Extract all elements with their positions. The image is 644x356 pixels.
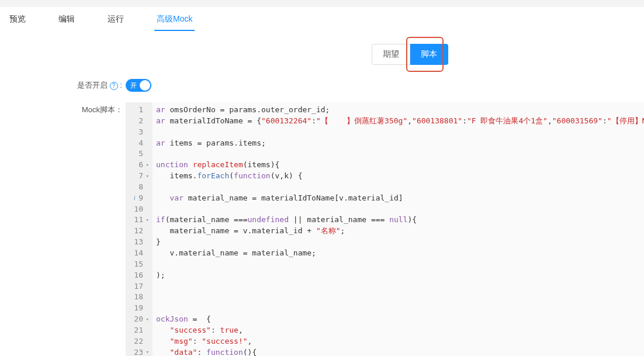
gutter-line: 10	[126, 204, 151, 215]
code-line[interactable]	[156, 259, 642, 270]
mode-script-button[interactable]: 脚本	[410, 44, 448, 65]
code-line[interactable]	[156, 292, 642, 303]
code-line[interactable]	[156, 281, 642, 292]
gutter-line: 3	[126, 127, 151, 138]
code-line[interactable]: material_name = v.material_id + "名称";	[156, 226, 642, 237]
code-editor[interactable]: 123456▾7▾8i91011▾121314151617181920▾2122…	[126, 102, 644, 356]
enable-row: 是否开启 ? : 开	[0, 77, 644, 94]
code-line[interactable]: );	[156, 270, 642, 281]
gutter-line: 4	[126, 138, 151, 149]
code-line[interactable]	[156, 303, 642, 314]
code-line[interactable]	[156, 127, 642, 138]
code-line[interactable]: "msg": "success!",	[156, 336, 642, 347]
tab-run[interactable]: 运行	[105, 7, 126, 30]
code-line[interactable]: ar omsOrderNo = params.outer_order_id;	[156, 105, 642, 116]
code-line[interactable]: }	[156, 237, 642, 248]
script-row: Mock脚本： 123456▾7▾8i91011▾121314151617181…	[0, 94, 644, 356]
switch-on-label: 开	[130, 81, 137, 90]
gutter-line: 2	[126, 116, 151, 127]
fold-icon[interactable]: ▾	[144, 172, 149, 180]
top-bar	[0, 0, 644, 7]
code-line[interactable]: ockJson = {	[156, 314, 642, 325]
gutter-line: 14	[126, 248, 151, 259]
gutter-line: 1	[126, 105, 151, 116]
gutter-line: 8	[126, 182, 151, 193]
fold-icon[interactable]: ▾	[144, 348, 149, 356]
script-label: Mock脚本：	[82, 102, 126, 115]
gutter-line: 22	[126, 336, 151, 347]
gutter-line: i9	[126, 193, 151, 204]
info-icon: i	[131, 193, 137, 203]
main-tabs: 预览 编辑 运行 高级Mock	[0, 7, 644, 31]
gutter-line: 20▾	[126, 314, 151, 325]
gutter-line: 11▾	[126, 215, 151, 226]
gutter-line: 13	[126, 237, 151, 248]
fold-icon[interactable]: ▾	[144, 316, 149, 323]
code-line[interactable]: if(material_name ===undefined || materia…	[156, 215, 642, 226]
gutter-line: 7▾	[126, 171, 151, 182]
gutter-line: 17	[126, 281, 151, 292]
tab-edit[interactable]: 编辑	[56, 7, 77, 30]
mode-segmented: 期望 脚本	[372, 44, 448, 65]
tab-preview[interactable]: 预览	[7, 7, 28, 30]
editor-code[interactable]: ar omsOrderNo = params.outer_order_id;ar…	[153, 102, 644, 356]
enable-label: 是否开启 ? :	[77, 80, 122, 91]
code-line[interactable]: ar items = params.items;	[156, 138, 642, 149]
gutter-line: 23▾	[126, 347, 151, 356]
code-line[interactable]: v.material_name = material_name;	[156, 248, 642, 259]
code-line[interactable]	[156, 182, 642, 193]
mode-switch-row: 期望 脚本	[0, 44, 644, 65]
enable-switch[interactable]: 开	[126, 79, 151, 92]
gutter-line: 21	[126, 325, 151, 336]
code-line[interactable]: items.forEach(function(v,k) {	[156, 171, 642, 182]
mode-expect-button[interactable]: 期望	[372, 44, 410, 65]
gutter-line: 12	[126, 226, 151, 237]
help-icon[interactable]: ?	[110, 82, 118, 90]
code-line[interactable]: "success": true,	[156, 325, 642, 336]
gutter-line: 18	[126, 292, 151, 303]
editor-gutter: 123456▾7▾8i91011▾121314151617181920▾2122…	[126, 102, 153, 356]
code-line[interactable]	[156, 148, 642, 160]
fold-icon[interactable]: ▾	[144, 216, 149, 224]
code-line[interactable]: "data": function(){	[156, 347, 642, 356]
code-line[interactable]: var material_name = materialIdToName[v.m…	[156, 193, 642, 204]
code-line[interactable]	[156, 204, 642, 215]
fold-icon[interactable]: ▾	[144, 161, 149, 169]
tab-advanced-mock[interactable]: 高级Mock	[154, 7, 195, 30]
gutter-line: 5	[126, 148, 151, 160]
code-line[interactable]: unction replaceItem(items){	[156, 160, 642, 171]
gutter-line: 16	[126, 270, 151, 281]
gutter-line: 15	[126, 259, 151, 270]
gutter-line: 6▾	[126, 160, 151, 171]
gutter-line: 19	[126, 303, 151, 314]
code-line[interactable]: ar materialIdToName = {"600132264":"【 】倒…	[156, 116, 642, 127]
